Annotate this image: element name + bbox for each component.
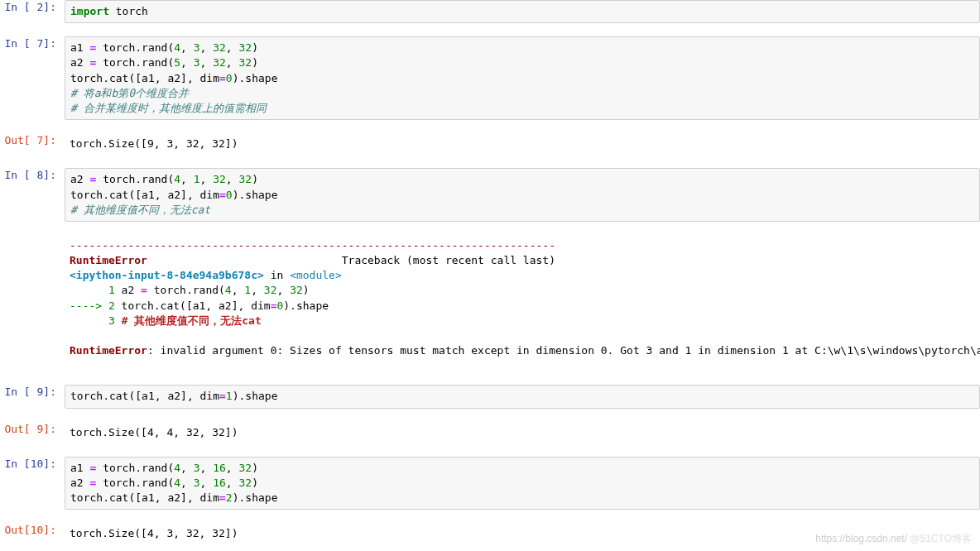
output-cell: Out[ 7]:torch.Size([9, 3, 32, 32]) — [0, 133, 980, 155]
in-prompt: In [ 9]: — [0, 385, 65, 408]
code-line: # 其他维度值不同，无法cat — [70, 203, 974, 218]
code-line: torch.cat([a1, a2], dim=1).shape — [70, 389, 974, 404]
code-line: torch.cat([a1, a2], dim=0).shape — [70, 71, 974, 86]
in-prompt: In [10]: — [0, 457, 65, 510]
input-cell: In [ 8]:a2 = torch.rand(4, 1, 32, 32)tor… — [0, 168, 980, 222]
code-input[interactable]: a1 = torch.rand(4, 3, 32, 32)a2 = torch.… — [65, 36, 980, 120]
input-cell: In [10]:a1 = torch.rand(4, 3, 16, 32)a2 … — [0, 457, 980, 510]
code-line: a1 = torch.rand(4, 3, 16, 32) — [70, 461, 974, 476]
traceback: ----------------------------------------… — [65, 235, 980, 362]
code-line: a2 = torch.rand(4, 1, 32, 32) — [70, 172, 974, 187]
execute-result: torch.Size([9, 3, 32, 32]) — [65, 133, 980, 155]
out-prompt: Out[ 9]: — [0, 422, 65, 443]
code-input[interactable]: import torch — [65, 0, 980, 23]
watermark-cto: @51CTO博客 — [910, 533, 972, 544]
code-line: import torch — [70, 4, 974, 19]
watermark-csdn: https://blog.csdn.net/ — [815, 533, 907, 544]
code-input[interactable]: torch.cat([a1, a2], dim=1).shape — [65, 385, 980, 408]
output-cell: Out[ 9]:torch.Size([4, 4, 32, 32]) — [0, 422, 980, 443]
code-line: a2 = torch.rand(4, 3, 16, 32) — [70, 476, 974, 491]
in-prompt: In [ 2]: — [0, 0, 65, 23]
execute-result: torch.Size([4, 4, 32, 32]) — [65, 422, 980, 443]
code-line: torch.cat([a1, a2], dim=2).shape — [70, 491, 974, 505]
watermark: https://blog.csdn.net/ @51CTO博客 — [815, 532, 972, 546]
code-line: a1 = torch.rand(4, 3, 32, 32) — [70, 41, 974, 55]
input-cell: In [ 9]:torch.cat([a1, a2], dim=1).shape — [0, 385, 980, 408]
input-cell: In [ 2]:import torch — [0, 0, 980, 23]
code-line: a2 = torch.rand(5, 3, 32, 32) — [70, 55, 974, 70]
error-output: ----------------------------------------… — [0, 235, 980, 362]
in-prompt: In [ 7]: — [0, 36, 65, 120]
out-prompt: Out[ 7]: — [0, 133, 65, 155]
code-input[interactable]: a1 = torch.rand(4, 3, 16, 32)a2 = torch.… — [65, 457, 980, 510]
out-prompt: Out[10]: — [0, 523, 65, 544]
code-input[interactable]: a2 = torch.rand(4, 1, 32, 32)torch.cat([… — [65, 168, 980, 222]
code-line: # 将a和b第0个维度合并 — [70, 86, 974, 101]
input-cell: In [ 7]:a1 = torch.rand(4, 3, 32, 32)a2 … — [0, 36, 980, 120]
code-line: torch.cat([a1, a2], dim=0).shape — [70, 188, 974, 203]
code-line: # 合并某维度时，其他维度上的值需相同 — [70, 101, 974, 116]
in-prompt: In [ 8]: — [0, 168, 65, 222]
